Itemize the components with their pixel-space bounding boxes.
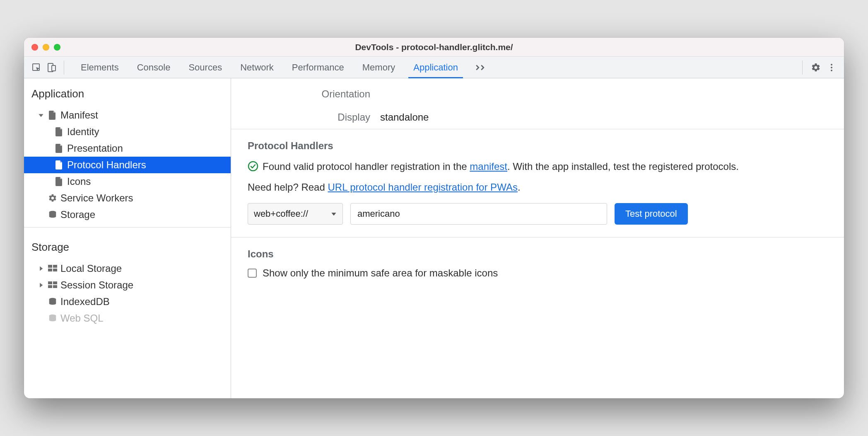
sidebar-item-label: Protocol Handlers — [67, 159, 146, 171]
manifest-row-orientation: Orientation — [231, 82, 844, 106]
test-protocol-button[interactable]: Test protocol — [615, 203, 688, 225]
file-icon — [55, 144, 64, 153]
table-icon — [48, 281, 57, 290]
titlebar: DevTools - protocol-handler.glitch.me/ — [24, 38, 844, 57]
database-icon — [48, 210, 57, 219]
file-icon — [48, 111, 57, 120]
devtools-window: DevTools - protocol-handler.glitch.me/ E… — [24, 38, 844, 398]
window-title: DevTools - protocol-handler.glitch.me/ — [24, 42, 844, 52]
sidebar-item-websql[interactable]: Web SQL — [24, 310, 231, 327]
toolbar-separator — [802, 61, 803, 75]
chevron-down-icon — [38, 112, 45, 118]
tab-sources[interactable]: Sources — [179, 57, 231, 78]
sidebar-item-protocol-handlers[interactable]: Protocol Handlers — [24, 157, 231, 173]
tab-elements[interactable]: Elements — [72, 57, 128, 78]
database-icon — [48, 314, 57, 323]
toolbar-separator — [64, 61, 64, 75]
sidebar-item-label: Manifest — [60, 109, 98, 121]
sidebar-separator — [24, 227, 231, 228]
manifest-value: standalone — [380, 111, 429, 123]
sidebar-section-application: Application — [24, 78, 231, 107]
svg-rect-10 — [53, 269, 57, 271]
manifest-label: Display — [231, 111, 380, 123]
help-message: Need help? Read URL protocol handler reg… — [248, 182, 827, 193]
chevron-down-icon — [331, 211, 337, 217]
svg-rect-13 — [48, 285, 52, 288]
svg-rect-8 — [53, 265, 57, 268]
inspect-element-icon[interactable] — [30, 61, 43, 74]
sidebar-item-session-storage[interactable]: Session Storage — [24, 277, 231, 293]
icons-section: Icons Show only the minimum safe area fo… — [231, 237, 844, 291]
sidebar-item-indexeddb[interactable]: IndexedDB — [24, 293, 231, 310]
svg-rect-7 — [48, 265, 52, 268]
checkbox-icon[interactable] — [248, 269, 257, 278]
sidebar-item-local-storage[interactable]: Local Storage — [24, 260, 231, 277]
maximize-window-button[interactable] — [54, 44, 60, 51]
sidebar-item-label: IndexedDB — [60, 296, 110, 308]
sidebar-item-icons[interactable]: Icons — [24, 173, 231, 190]
checkbox-label: Show only the minimum safe area for mask… — [263, 267, 498, 279]
manifest-link[interactable]: manifest — [470, 161, 507, 172]
tab-performance[interactable]: Performance — [283, 57, 353, 78]
manifest-row-display: Display standalone — [231, 106, 844, 129]
close-window-button[interactable] — [31, 44, 38, 51]
maskable-checkbox-row[interactable]: Show only the minimum safe area for mask… — [248, 267, 827, 279]
protocol-scheme-select[interactable]: web+coffee:// — [248, 203, 343, 225]
sidebar-item-identity[interactable]: Identity — [24, 124, 231, 140]
sidebar-item-label: Storage — [60, 209, 95, 220]
tabs-overflow-button[interactable] — [467, 57, 493, 78]
tab-console[interactable]: Console — [128, 57, 180, 78]
panel-tabs: Elements Console Sources Network Perform… — [72, 57, 493, 78]
svg-rect-12 — [53, 281, 57, 284]
file-icon — [55, 127, 64, 136]
sidebar-item-label: Identity — [67, 126, 99, 138]
check-circle-icon — [248, 161, 258, 172]
svg-point-4 — [831, 67, 832, 68]
sidebar-item-storage[interactable]: Storage — [24, 206, 231, 223]
file-icon — [55, 177, 64, 186]
sidebar-item-label: Service Workers — [60, 192, 133, 204]
help-link[interactable]: URL protocol handler registration for PW… — [328, 182, 517, 193]
application-sidebar: Application Manifest Identity — [24, 78, 231, 398]
section-heading: Icons — [248, 248, 827, 260]
sidebar-item-label: Web SQL — [60, 312, 104, 324]
more-menu-icon[interactable] — [825, 61, 838, 74]
protocol-handlers-section: Protocol Handlers Found valid protocol h… — [231, 129, 844, 237]
window-controls — [31, 44, 60, 51]
file-icon — [55, 160, 64, 170]
settings-icon[interactable] — [809, 61, 822, 74]
tab-application[interactable]: Application — [404, 57, 467, 78]
manifest-label: Orientation — [231, 88, 380, 100]
protocol-test-row: web+coffee:// Test protocol — [248, 203, 827, 225]
minimize-window-button[interactable] — [43, 44, 49, 51]
svg-point-5 — [831, 70, 832, 71]
svg-point-3 — [831, 64, 832, 65]
svg-rect-14 — [53, 285, 57, 288]
sidebar-section-storage: Storage — [24, 232, 231, 260]
chevron-right-icon — [38, 266, 45, 271]
protocol-url-input[interactable] — [350, 203, 607, 225]
sidebar-item-label: Presentation — [67, 143, 123, 154]
sidebar-item-manifest[interactable]: Manifest — [24, 107, 231, 124]
main-content: Orientation Display standalone Protocol … — [231, 78, 844, 398]
chevron-right-icon — [38, 282, 45, 288]
sidebar-item-label: Icons — [67, 176, 91, 187]
sidebar-item-label: Local Storage — [60, 263, 122, 274]
status-message: Found valid protocol handler registratio… — [248, 159, 827, 174]
gear-icon — [48, 194, 57, 203]
svg-point-17 — [248, 162, 258, 171]
table-icon — [48, 264, 57, 273]
tab-memory[interactable]: Memory — [353, 57, 404, 78]
sidebar-item-label: Session Storage — [60, 279, 133, 291]
devtools-toolbar: Elements Console Sources Network Perform… — [24, 57, 844, 78]
section-heading: Protocol Handlers — [248, 140, 827, 152]
tab-network[interactable]: Network — [231, 57, 283, 78]
sidebar-item-presentation[interactable]: Presentation — [24, 140, 231, 157]
svg-rect-2 — [52, 65, 55, 71]
database-icon — [48, 297, 57, 306]
svg-rect-11 — [48, 281, 52, 284]
device-toolbar-icon[interactable] — [45, 61, 58, 74]
sidebar-item-service-workers[interactable]: Service Workers — [24, 190, 231, 206]
svg-rect-9 — [48, 269, 52, 271]
